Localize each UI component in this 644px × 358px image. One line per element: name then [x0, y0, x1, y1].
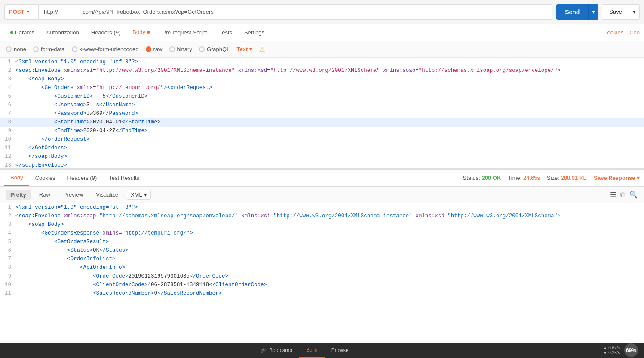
save-button[interactable]: Save [602, 4, 629, 20]
opt-binary[interactable]: binary [169, 46, 192, 52]
method-select[interactable]: POST ▾ [4, 4, 39, 20]
req-line-12: 12 </soap:Body> [0, 152, 644, 161]
tab-prerequest[interactable]: Pre-request Script [156, 25, 213, 40]
tab-tests[interactable]: Tests [213, 25, 238, 40]
fmt-pretty-button[interactable]: Pretty [6, 190, 31, 200]
req-line-5: 5 <CustomerID> 5</CustomerID> [0, 92, 644, 101]
send-btn-group: Send ▾ [556, 4, 598, 20]
req-line-6: 6 <UserName>S s</UserName> [0, 101, 644, 109]
binary-label: binary [177, 46, 192, 52]
code-link[interactable]: Coo [629, 29, 640, 36]
tab-body-label: Body [132, 29, 145, 35]
size-value: 288.91 KB [561, 175, 587, 181]
resp-line-3: 3 <soap:Body> [0, 220, 644, 229]
resp-line-2: 2 <soap:Envelope xmlns:soap="http://sche… [0, 212, 644, 220]
text-format-label: Text [236, 46, 248, 52]
tab-authorization[interactable]: Authorization [40, 25, 85, 40]
req-line-8: 8 <StartTime>2020-04-01</StartTime> [0, 118, 644, 127]
status-label: Status: 200 OK [463, 175, 501, 181]
resp-line-1: 1 <?xml version="1.0" encoding="utf-8"?> [0, 203, 644, 212]
resp-tab-body[interactable]: Body [4, 170, 29, 186]
bottom-bar: 🎓 Bootcamp Build Browse ▲ 0.6k/s ▼ 0.2k/… [0, 343, 644, 358]
opt-graphql[interactable]: GraphQL [199, 46, 230, 52]
send-dropdown-button[interactable]: ▾ [588, 4, 598, 20]
xml-format-label: XML [131, 191, 142, 198]
save-dropdown-button[interactable]: ▾ [629, 4, 640, 20]
tab-headers[interactable]: Headers (9) [85, 25, 127, 40]
time-value: 24.65s [523, 175, 540, 181]
resp-tab-headers[interactable]: Headers (9) [61, 170, 103, 185]
browse-label: Browse [331, 347, 349, 353]
fmt-raw-button[interactable]: Raw [35, 190, 55, 200]
req-line-2: 2 <soap:Envelope xmlns:xsi="http://www.w… [0, 66, 644, 75]
build-tab[interactable]: Build [299, 343, 325, 358]
right-tabs: Cookies Coo [603, 29, 640, 36]
bottom-tabs: 🎓 Bootcamp Build Browse [254, 343, 356, 358]
request-editor[interactable]: 1 <?xml version="1.0" encoding="utf-8"?>… [0, 58, 644, 170]
send-button[interactable]: Send [556, 4, 588, 20]
tab-body[interactable]: Body [126, 25, 156, 40]
method-chevron-icon: ▾ [27, 9, 29, 14]
formdata-radio[interactable] [33, 46, 39, 52]
time-label: Time: 24.65s [508, 175, 540, 181]
none-radio[interactable] [6, 46, 12, 52]
req-line-4: 4 <GetOrders xmlns="http://tempuri.org/"… [0, 83, 644, 92]
raw-radio[interactable] [146, 46, 151, 52]
fmt-preview-button[interactable]: Preview [59, 190, 87, 200]
params-dot [10, 31, 13, 34]
response-format-bar: Pretty Raw Preview Visualize XML ▾ ☰ ⧉ 🔍 [0, 187, 644, 203]
xml-dropdown-chevron-icon: ▾ [144, 191, 147, 198]
url-bar: POST ▾ Send ▾ Save ▾ [0, 0, 644, 24]
resp-line-9: 9 <OrderCode>2019012319579301635</OrderC… [0, 272, 644, 281]
req-line-9: 9 <EndTime>2020-04-27</EndTime> [0, 127, 644, 135]
save-response-button[interactable]: Save Response ▾ [594, 175, 640, 181]
tab-authorization-label: Authorization [46, 29, 79, 36]
req-line-1: 1 <?xml version="1.0" encoding="utf-8"?> [0, 58, 644, 66]
xml-format-dropdown[interactable]: XML ▾ [127, 190, 151, 200]
wrap-lines-icon[interactable]: ☰ [610, 191, 616, 199]
fmt-visualize-button[interactable]: Visualize [92, 190, 123, 200]
size-label: Size: 288.91 KB [547, 175, 587, 181]
opt-urlencoded[interactable]: x-www-form-urlencoded [72, 46, 139, 52]
copy-icon[interactable]: ⧉ [620, 191, 625, 199]
bootcamp-tab[interactable]: 🎓 Bootcamp [254, 343, 299, 358]
resp-action-icons: ☰ ⧉ 🔍 [610, 191, 638, 199]
network-indicator: ▲ 0.6k/s ▼ 0.2k/s [603, 346, 620, 355]
body-options-bar: none form-data x-www-form-urlencoded raw… [0, 41, 644, 58]
resp-tab-testresults[interactable]: Test Results [103, 170, 145, 185]
tab-params-label: Params [15, 29, 34, 36]
resp-line-6: 6 <Status>OK</Status> [0, 246, 644, 255]
req-line-7: 7 <Password>Jw369</Password> [0, 109, 644, 118]
browse-tab[interactable]: Browse [325, 343, 356, 358]
text-format-button[interactable]: Text ▾ [236, 46, 252, 52]
cookies-link[interactable]: Cookies [603, 29, 623, 36]
tab-headers-label: Headers (9) [91, 29, 121, 36]
response-tabs: Body Cookies Headers (9) Test Results St… [0, 170, 644, 187]
percent-value: 69% [626, 347, 636, 353]
build-label: Build [306, 347, 318, 353]
bootcamp-label: Bootcamp [269, 347, 292, 353]
tab-params[interactable]: Params [4, 25, 40, 40]
status-value: 200 OK [482, 175, 501, 181]
bootcamp-icon: 🎓 [261, 347, 267, 353]
opt-none[interactable]: none [6, 46, 26, 52]
url-input[interactable] [39, 4, 552, 20]
opt-form-data[interactable]: form-data [33, 46, 65, 52]
resp-line-10: 10 <ClientOrderCode>406-2878581-1349118<… [0, 281, 644, 289]
urlencoded-label: x-www-form-urlencoded [80, 46, 139, 52]
network-up: ▲ 0.6k/s [603, 346, 620, 350]
resp-line-8: 8 <ApiOrderInfo> [0, 263, 644, 272]
warning-icon: ⚠ [259, 46, 265, 53]
resp-line-5: 5 <GetOrdersResult> [0, 238, 644, 246]
response-editor: 1 <?xml version="1.0" encoding="utf-8"?>… [0, 203, 644, 296]
binary-radio[interactable] [169, 46, 175, 52]
tab-settings[interactable]: Settings [238, 25, 270, 40]
search-icon[interactable]: 🔍 [629, 191, 638, 199]
urlencoded-radio[interactable] [72, 46, 77, 52]
tab-tests-label: Tests [219, 29, 232, 36]
graphql-radio[interactable] [199, 46, 205, 52]
resp-tab-cookies[interactable]: Cookies [29, 170, 61, 185]
resp-line-4: 4 <GetOrdersResponse xmlns="http://tempu… [0, 229, 644, 238]
opt-raw[interactable]: raw [146, 46, 163, 52]
network-down: ▼ 0.2k/s [603, 350, 620, 355]
